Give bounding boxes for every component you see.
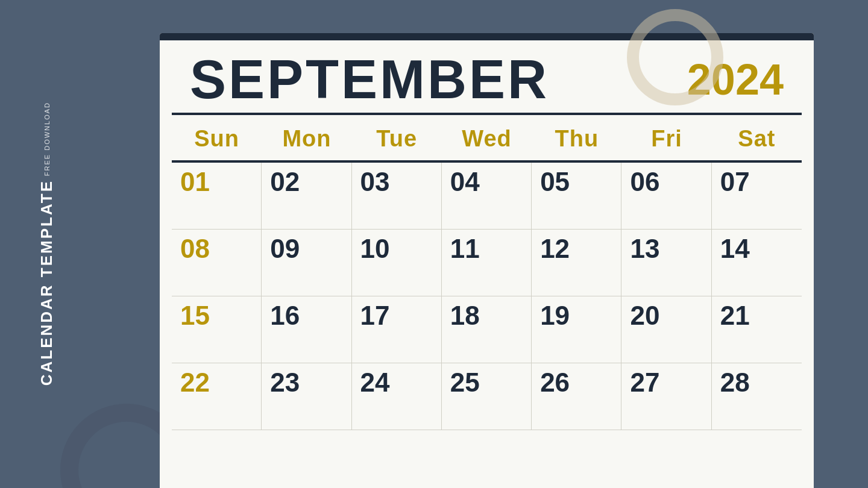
day-16: 16 xyxy=(270,302,342,329)
cell-25: 25 xyxy=(442,363,532,430)
day-12: 12 xyxy=(540,236,612,262)
day-10: 10 xyxy=(360,236,433,262)
cell-20: 20 xyxy=(621,296,711,363)
calendar-template-label: CALENDAR TEMPLATE xyxy=(37,180,56,386)
day-28: 28 xyxy=(720,369,793,396)
day-25: 25 xyxy=(450,369,523,396)
day-04: 04 xyxy=(450,169,523,195)
day-header-wed: Wed xyxy=(442,115,532,160)
cell-15: 15 xyxy=(172,296,262,363)
day-27: 27 xyxy=(630,369,702,396)
day-18: 18 xyxy=(450,302,523,329)
cell-24: 24 xyxy=(352,363,442,430)
cell-18: 18 xyxy=(442,296,532,363)
day-05: 05 xyxy=(540,169,612,195)
day-header-tue: Tue xyxy=(352,115,442,160)
day-header-mon: Mon xyxy=(262,115,351,160)
day-20: 20 xyxy=(630,302,702,329)
cell-08: 08 xyxy=(172,230,262,296)
day-header-fri: Fri xyxy=(621,115,711,160)
day-26: 26 xyxy=(540,369,612,396)
day-02: 02 xyxy=(270,169,342,195)
cell-05: 05 xyxy=(532,163,621,229)
day-21: 21 xyxy=(720,302,793,329)
cell-13: 13 xyxy=(621,230,711,296)
cell-17: 17 xyxy=(352,296,442,363)
cell-22: 22 xyxy=(172,363,262,430)
cell-19: 19 xyxy=(532,296,621,363)
sidebar: FREE DOWNLOAD CALENDAR TEMPLATE xyxy=(0,0,93,488)
cell-11: 11 xyxy=(442,230,532,296)
day-23: 23 xyxy=(270,369,342,396)
cell-10: 10 xyxy=(352,230,442,296)
cell-16: 16 xyxy=(262,296,351,363)
days-header-row: Sun Mon Tue Wed Thu Fri Sat xyxy=(160,115,814,160)
day-07: 07 xyxy=(720,169,793,195)
cell-27: 27 xyxy=(621,363,711,430)
cell-04: 04 xyxy=(442,163,532,229)
cell-21: 21 xyxy=(712,296,802,363)
day-22: 22 xyxy=(180,369,253,396)
cell-12: 12 xyxy=(532,230,621,296)
cell-26: 26 xyxy=(532,363,621,430)
cell-23: 23 xyxy=(262,363,351,430)
day-24: 24 xyxy=(360,369,433,396)
day-09: 09 xyxy=(270,236,342,262)
day-08: 08 xyxy=(180,236,253,262)
day-06: 06 xyxy=(630,169,702,195)
day-13: 13 xyxy=(630,236,702,262)
free-download-label: FREE DOWNLOAD xyxy=(43,102,51,176)
cell-14: 14 xyxy=(712,230,802,296)
day-11: 11 xyxy=(450,236,523,262)
cell-02: 02 xyxy=(262,163,351,229)
cell-28: 28 xyxy=(712,363,802,430)
day-15: 15 xyxy=(180,302,253,329)
calendar-week-2: 08 09 10 11 12 13 14 xyxy=(172,230,802,296)
day-header-sun: Sun xyxy=(172,115,262,160)
cell-09: 09 xyxy=(262,230,351,296)
calendar-week-1: 01 02 03 04 05 06 07 xyxy=(172,163,802,230)
cell-07: 07 xyxy=(712,163,802,229)
cell-03: 03 xyxy=(352,163,442,229)
calendar-body: 01 02 03 04 05 06 07 08 xyxy=(160,163,814,430)
day-header-thu: Thu xyxy=(532,115,621,160)
calendar-week-3: 15 16 17 18 19 20 21 xyxy=(172,296,802,363)
day-19: 19 xyxy=(540,302,612,329)
month-title: SEPTEMBER xyxy=(190,52,549,107)
cell-06: 06 xyxy=(621,163,711,229)
calendar-container: SEPTEMBER 2024 Sun Mon Tue Wed Thu Fri S… xyxy=(160,33,814,488)
calendar-week-4: 22 23 24 25 26 27 28 xyxy=(172,363,802,430)
day-03: 03 xyxy=(360,169,433,195)
cell-01: 01 xyxy=(172,163,262,229)
day-header-sat: Sat xyxy=(712,115,802,160)
day-17: 17 xyxy=(360,302,433,329)
day-14: 14 xyxy=(720,236,793,262)
day-01: 01 xyxy=(180,169,253,195)
decorative-circle-top-right xyxy=(627,9,723,105)
